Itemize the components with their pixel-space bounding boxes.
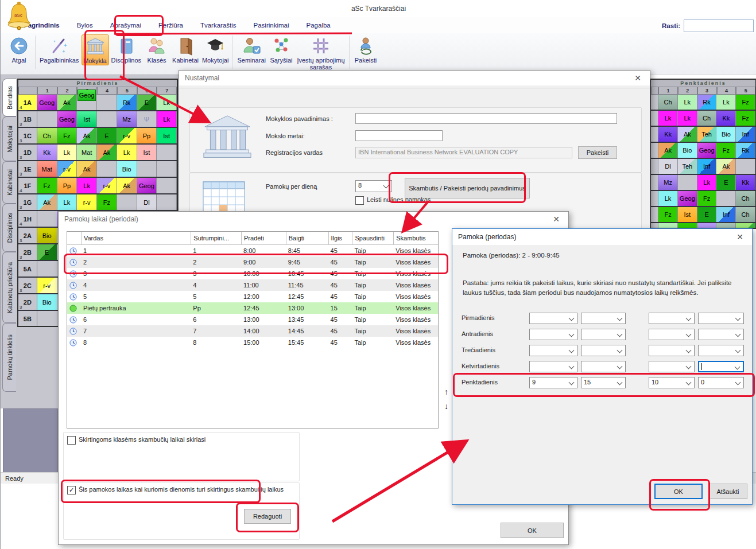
timetable-cell[interactable]: E xyxy=(97,128,117,143)
timetable-cell[interactable]: Lk xyxy=(697,175,717,190)
sidebar-tab-bendras[interactable]: Bendras xyxy=(2,79,16,116)
menu-item-bylos[interactable]: Bylos xyxy=(77,22,93,29)
timetable-cell[interactable] xyxy=(117,194,137,210)
timetable-cell[interactable]: Kk xyxy=(716,111,736,126)
timetable-cell[interactable]: Ak xyxy=(37,194,57,210)
timetable-cell[interactable]: r-v xyxy=(37,278,57,293)
timetable-cell[interactable]: E xyxy=(697,207,717,222)
timetable-cell[interactable]: Ch xyxy=(37,128,57,143)
day-time-select[interactable]: 10 xyxy=(649,377,695,388)
close-icon[interactable]: ✕ xyxy=(631,73,644,83)
timetable-cell[interactable]: Lk xyxy=(678,111,697,126)
timetable-cell[interactable] xyxy=(37,211,57,227)
move-up-icon[interactable]: ↑ xyxy=(444,387,448,396)
timetable-cell[interactable]: Inf xyxy=(697,159,717,174)
column-header-spausdinti[interactable]: Spausdinti xyxy=(352,232,393,244)
day-time-select[interactable] xyxy=(649,313,695,324)
timetable-cell[interactable]: Mat xyxy=(37,161,57,177)
period-row[interactable]: 6613:0013:4545TaipVisos klasės xyxy=(67,314,438,325)
column-header-ilgis[interactable]: Ilgis xyxy=(328,232,352,244)
timetable-cell[interactable]: Mz xyxy=(117,111,137,127)
find-input[interactable] xyxy=(684,20,754,32)
period-row[interactable]: 7714:0014:4545TaipVisos klasės xyxy=(67,325,438,337)
period-cancel-button[interactable]: Atšaukti xyxy=(708,484,747,499)
timetable-cell[interactable]: Geog xyxy=(37,95,57,110)
timetable-cell[interactable]: Geog xyxy=(697,143,717,158)
sidebar-tab-kabinetai[interactable]: Kabinetai xyxy=(2,161,16,204)
period-row[interactable]: Pietų pertraukaPp12:4513:0015TaipVisos k… xyxy=(67,302,438,314)
day-time-select[interactable] xyxy=(529,313,577,324)
timetable-cell[interactable]: Teh xyxy=(678,159,697,174)
timetable-cell[interactable]: Dl xyxy=(137,194,157,210)
timetable-cell[interactable] xyxy=(157,161,177,177)
day-time-select[interactable] xyxy=(581,345,626,356)
menu-item-aprašymai[interactable]: Aprašymai xyxy=(110,22,141,29)
toolbar-button-network[interactable]: Sąryšiai xyxy=(268,34,294,64)
zero-lessons-checkbox[interactable]: Leisti nulines pamokas xyxy=(355,196,431,205)
menu-item-tvarkaraštis[interactable]: Tvarkaraštis xyxy=(200,22,237,29)
edit-button[interactable]: Redaguoti xyxy=(244,509,291,524)
toolbar-button-book[interactable]: Disciplinos xyxy=(110,34,143,64)
sidebar-tab-disciplinos[interactable]: Disciplinos xyxy=(2,204,16,252)
timetable-cell[interactable]: Lk xyxy=(157,111,177,127)
timetable-cell[interactable]: Mat xyxy=(77,145,97,160)
timetable-cell[interactable]: Ak xyxy=(77,161,97,177)
timetable-cell[interactable]: Ist xyxy=(157,128,177,143)
day-time-select[interactable] xyxy=(649,345,695,356)
timetable-cell[interactable]: Bio xyxy=(117,161,137,177)
period-row[interactable]: 4411:0011:4545TaipVisos klasės xyxy=(67,279,438,291)
menu-item-peržiūra[interactable]: Peržiūra xyxy=(158,22,183,29)
timetable-cell[interactable]: Geog xyxy=(57,111,77,127)
timetable-cell[interactable]: E xyxy=(37,244,57,260)
day-time-select[interactable] xyxy=(698,345,744,356)
period-row[interactable]: 229:009:4545TaipVisos klasės xyxy=(67,256,438,268)
timetable-cell[interactable]: Lk xyxy=(658,191,678,206)
timetable-cell[interactable]: Lk xyxy=(678,95,697,110)
timetable-cell[interactable]: Kk xyxy=(37,145,57,160)
timetable-cell[interactable]: Bio xyxy=(678,143,697,158)
toolbar-button-swap[interactable]: Pakeisti xyxy=(352,34,379,64)
timetable-cell[interactable]: r-v xyxy=(57,161,77,177)
timetable-cell[interactable]: Lk xyxy=(716,95,736,110)
timetable-cell[interactable]: Ak xyxy=(97,145,117,160)
period-row[interactable]: 118:008:4545TaipVisos klasės xyxy=(67,245,438,256)
timetable-cell[interactable]: Ψ xyxy=(137,111,157,127)
timetable-cell[interactable] xyxy=(37,261,57,277)
timetable-cell[interactable]: Ak xyxy=(658,143,678,158)
different-day-bells-checkbox[interactable]: ✓ Šis pamokos laikas kai kuriomis dienom… xyxy=(67,486,291,495)
column-header-skambutis[interactable]: Skambutis xyxy=(393,232,438,244)
timetable-cell[interactable]: Bio xyxy=(37,294,57,310)
timetable-cell[interactable]: Ch xyxy=(658,95,678,110)
column-header-vardas[interactable]: Vardas xyxy=(81,232,191,244)
timetable-cell[interactable]: Geog xyxy=(77,95,97,110)
day-time-select[interactable] xyxy=(581,313,626,324)
timetable-cell[interactable]: Ist xyxy=(678,207,697,222)
day-time-select[interactable] xyxy=(529,361,577,372)
timetable-cell[interactable]: Lk xyxy=(117,145,137,160)
timetable-cell[interactable]: Ak xyxy=(77,128,97,143)
day-time-select[interactable] xyxy=(698,329,744,340)
timetable-cell[interactable]: Bio xyxy=(37,228,57,243)
timetable-cell[interactable]: Rk xyxy=(736,143,755,158)
menu-item-pasirinkimai[interactable]: Pasirinkimai xyxy=(254,22,289,29)
timetable-cell[interactable]: E xyxy=(716,175,736,190)
day-time-select[interactable] xyxy=(581,329,626,340)
timetable-cell[interactable]: Ist xyxy=(77,111,97,127)
timetable-cell[interactable]: Ak xyxy=(117,178,137,193)
timetable-cell[interactable]: Lk xyxy=(57,194,77,210)
timetable-cell[interactable] xyxy=(97,95,117,110)
close-icon[interactable]: ✕ xyxy=(550,215,563,224)
timetable-cell[interactable]: Inf xyxy=(736,127,755,142)
timetable-cell[interactable]: Lk xyxy=(57,145,77,160)
column-header-pradti[interactable]: Pradėti xyxy=(241,232,286,244)
toolbar-button-back[interactable]: Atgal xyxy=(6,34,32,64)
toolbar-button-school[interactable]: Mokykla xyxy=(82,34,109,65)
period-row[interactable]: 5512:0012:4545TaipVisos klasės xyxy=(67,291,438,302)
period-row[interactable]: 8815:0015:4545TaipVisos klasės xyxy=(67,337,438,348)
timetable-cell[interactable]: Fz xyxy=(57,128,77,143)
timetable-cell[interactable]: Lk xyxy=(157,95,177,110)
day-time-select[interactable]: 15 xyxy=(581,377,626,388)
timetable-cell[interactable] xyxy=(37,311,57,326)
timetable-cell[interactable]: Ak xyxy=(57,95,77,110)
timetable-cell[interactable]: Lk xyxy=(77,178,97,193)
